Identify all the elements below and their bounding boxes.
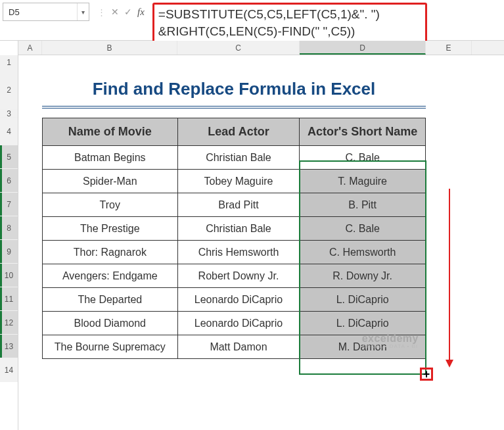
name-box-dropdown-icon[interactable]: ▾ <box>77 3 89 20</box>
annotation-arrow-down <box>446 189 453 368</box>
spreadsheet-grid: 1 2 3 4 5 6 7 8 9 10 11 12 13 14 A B C D… <box>0 41 504 430</box>
table-row: Spider-Man Tobey Maguire T. Maguire <box>43 170 426 193</box>
row-header-6[interactable]: 6 <box>0 169 18 193</box>
data-table: Name of Movie Lead Actor Actor's Short N… <box>42 118 426 359</box>
cell-short[interactable]: R. Downy Jr. <box>300 264 426 288</box>
header-movie[interactable]: Name of Movie <box>43 118 178 146</box>
row-header-4[interactable]: 4 <box>0 118 18 145</box>
cell-actor[interactable]: Chris Hemsworth <box>177 241 300 264</box>
column-headers: A B C D E <box>18 41 504 55</box>
cell-short[interactable]: L. DiCaprio <box>300 312 426 335</box>
row-header-10[interactable]: 10 <box>0 264 18 287</box>
row-headers: 1 2 3 4 5 6 7 8 9 10 11 12 13 14 <box>0 41 18 430</box>
header-short[interactable]: Actor's Short Name <box>300 118 426 146</box>
cell-movie[interactable]: The Bourne Supremacy <box>43 335 178 359</box>
watermark-subtitle: EXCEL • DATA • BI <box>362 344 419 350</box>
table-row: The Departed Leonardo DiCaprio L. DiCapr… <box>43 288 426 312</box>
fill-cursor-icon: + <box>423 368 430 380</box>
table-header-row: Name of Movie Lead Actor Actor's Short N… <box>43 118 426 146</box>
name-box[interactable]: D5 ▾ <box>3 3 89 21</box>
row-header-9[interactable]: 9 <box>0 240 18 264</box>
cell-actor[interactable]: Christian Bale <box>177 146 300 170</box>
cell-actor[interactable]: Leonardo DiCaprio <box>177 312 300 335</box>
row-header-12[interactable]: 12 <box>0 311 18 335</box>
page-title[interactable]: Find and Replace Formula in Excel <box>42 72 426 108</box>
name-box-value: D5 <box>3 7 77 17</box>
col-header-C[interactable]: C <box>177 41 300 55</box>
table-row: Troy Brad Pitt B. Pitt <box>43 193 426 217</box>
formula-input[interactable]: =SUBSTITUTE(C5,C5,LEFT(C5,1)&". ") &RIGH… <box>152 3 427 43</box>
fill-handle[interactable]: + <box>420 368 433 381</box>
col-header-D[interactable]: D <box>300 41 426 55</box>
formula-text-line-2: &RIGHT(C5,LEN(C5)-FIND(" ",C5)) <box>158 23 421 40</box>
sheet-area: A B C D E Find and Replace Formula in Ex… <box>18 41 504 430</box>
cell-actor[interactable]: Robert Downy Jr. <box>177 264 300 288</box>
cancel-icon[interactable]: ✕ <box>111 7 119 17</box>
cell-movie[interactable]: Batman Begins <box>43 146 178 170</box>
table-row: Thor: Ragnarok Chris Hemsworth C. Hemswo… <box>43 241 426 264</box>
cells-region[interactable]: Find and Replace Formula in Excel Name o… <box>18 70 504 359</box>
cell-movie[interactable]: Blood Diamond <box>43 312 178 335</box>
table-row: Blood Diamond Leonardo DiCaprio L. DiCap… <box>43 312 426 335</box>
cell-actor[interactable]: Brad Pitt <box>177 193 300 217</box>
separator-icon: ⋮ <box>97 7 106 17</box>
table-row: Avengers: Endgame Robert Downy Jr. R. Do… <box>43 264 426 288</box>
row-header-13[interactable]: 13 <box>0 335 18 358</box>
cell-actor[interactable]: Matt Damon <box>177 335 300 359</box>
cell-movie[interactable]: Spider-Man <box>43 170 178 193</box>
confirm-icon[interactable]: ✓ <box>124 7 132 17</box>
formula-text-line-1: =SUBSTITUTE(C5,C5,LEFT(C5,1)&". ") <box>158 6 421 23</box>
cell-actor[interactable]: Christian Bale <box>177 217 300 241</box>
cell-short[interactable]: B. Pitt <box>300 193 426 217</box>
cell-movie[interactable]: The Prestige <box>43 217 178 241</box>
cell-short[interactable]: T. Maguire <box>300 170 426 193</box>
col-header-B[interactable]: B <box>42 41 177 55</box>
cell-short[interactable]: C. Hemsworth <box>300 241 426 264</box>
row-header-3[interactable]: 3 <box>0 110 18 118</box>
col-header-A[interactable]: A <box>18 41 42 55</box>
row-header-7[interactable]: 7 <box>0 193 18 216</box>
formula-bar-buttons: ⋮ ✕ ✓ fx <box>93 3 152 21</box>
header-actor[interactable]: Lead Actor <box>177 118 300 146</box>
watermark: exceldemy EXCEL • DATA • BI <box>362 333 419 350</box>
cell-movie[interactable]: The Departed <box>43 288 178 312</box>
formula-bar: ⋮ ✕ ✓ fx =SUBSTITUTE(C5,C5,LEFT(C5,1)&".… <box>93 3 427 43</box>
row-header-5[interactable]: 5 <box>0 145 18 169</box>
cell-short[interactable]: C. Bale <box>300 146 426 170</box>
row-header-11[interactable]: 11 <box>0 287 18 311</box>
cell-short[interactable]: C. Bale <box>300 217 426 241</box>
cell-actor[interactable]: Tobey Maguire <box>177 170 300 193</box>
cell-movie[interactable]: Avengers: Endgame <box>43 264 178 288</box>
row-header-8[interactable]: 8 <box>0 216 18 240</box>
formula-bar-area: D5 ▾ ⋮ ✕ ✓ fx =SUBSTITUTE(C5,C5,LEFT(C5,… <box>0 0 504 41</box>
cell-movie[interactable]: Troy <box>43 193 178 217</box>
table-row: Batman Begins Christian Bale C. Bale <box>43 146 426 170</box>
cell-short[interactable]: L. DiCaprio <box>300 288 426 312</box>
watermark-title: exceldemy <box>362 333 419 345</box>
row-header-14[interactable]: 14 <box>0 358 18 382</box>
table-row: The Prestige Christian Bale C. Bale <box>43 217 426 241</box>
row-header-2[interactable]: 2 <box>0 70 18 110</box>
fx-label[interactable]: fx <box>137 7 145 18</box>
col-header-E[interactable]: E <box>426 41 472 55</box>
cell-actor[interactable]: Leonardo DiCaprio <box>177 288 300 312</box>
row-header-1[interactable]: 1 <box>0 55 18 70</box>
cell-movie[interactable]: Thor: Ragnarok <box>43 241 178 264</box>
